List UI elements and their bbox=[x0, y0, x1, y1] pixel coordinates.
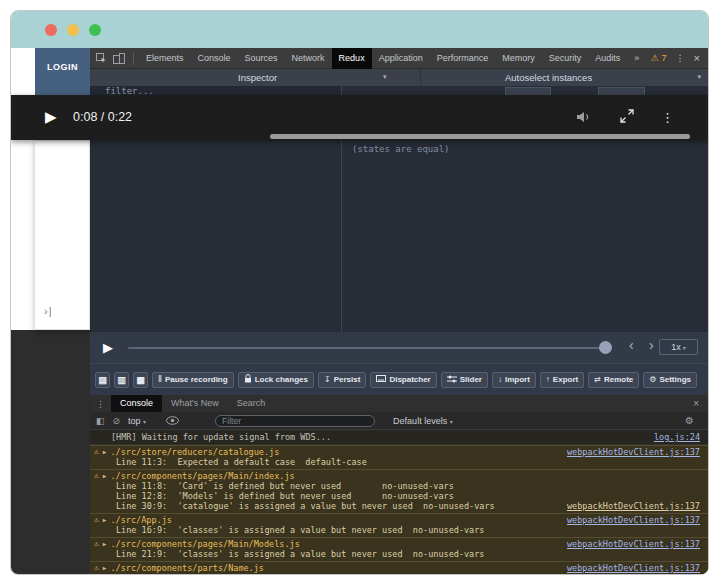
expand-triangle-icon[interactable]: ▶ bbox=[103, 539, 107, 549]
inspect-element-icon[interactable] bbox=[96, 53, 107, 64]
tab-sources[interactable]: Sources bbox=[238, 48, 285, 69]
titlebar bbox=[11, 11, 708, 48]
source-link[interactable]: webpackHotDevClient.js:137 bbox=[567, 515, 700, 525]
warning-icon: ⚠ bbox=[94, 447, 99, 457]
pause-recording-button[interactable]: Ⅱ Pause recording bbox=[152, 372, 234, 388]
state-view-tab[interactable] bbox=[505, 87, 551, 95]
chart-monitor-icon[interactable]: ▥ bbox=[114, 372, 129, 388]
warning-file: ./src/store/reducers/catalogue.js bbox=[110, 447, 279, 457]
close-drawer-icon[interactable]: × bbox=[693, 398, 708, 409]
console-settings-gear-icon[interactable]: ⚙ bbox=[685, 415, 702, 426]
video-seek-bar[interactable] bbox=[270, 134, 690, 139]
warning-file: ./src/components/parts/Name.js bbox=[110, 563, 264, 573]
source-link[interactable]: webpackHotDevClient.js:137 bbox=[567, 539, 700, 549]
persist-button[interactable]: ↧ Persist bbox=[318, 372, 366, 388]
source-link[interactable]: webpackHotDevClient.js:137 bbox=[567, 447, 700, 457]
more-vertical-icon[interactable]: ⋮ bbox=[676, 54, 685, 63]
tab-network[interactable]: Network bbox=[285, 48, 332, 69]
play-icon[interactable]: ▶ bbox=[45, 108, 57, 126]
autoselect-instances-dropdown[interactable]: Autoselect instances bbox=[505, 72, 592, 83]
step-back-button[interactable]: ‹ bbox=[629, 337, 634, 353]
dispatcher-button[interactable]: Dispatcher bbox=[370, 372, 436, 388]
slider-play-icon[interactable]: ▶ bbox=[103, 340, 113, 355]
fullscreen-icon[interactable] bbox=[620, 109, 634, 127]
context-selector[interactable]: top ▾ bbox=[128, 416, 146, 426]
log-monitor-icon[interactable]: ▦ bbox=[133, 372, 148, 388]
import-icon: ↓ bbox=[498, 376, 502, 384]
volume-icon[interactable] bbox=[577, 109, 593, 127]
action-filter-field[interactable]: filter... bbox=[90, 86, 341, 95]
whats-new-tab[interactable]: What's New bbox=[162, 395, 228, 412]
maximize-window-button[interactable] bbox=[89, 24, 101, 36]
slider-knob[interactable] bbox=[599, 341, 612, 354]
source-link[interactable]: webpackHotDevClient.js:137 bbox=[567, 563, 700, 573]
login-button[interactable]: LOGIN bbox=[35, 48, 90, 95]
remote-button[interactable]: ⇄ Remote bbox=[588, 372, 639, 388]
video-time-display: 0:08 / 0:22 bbox=[73, 110, 132, 124]
chevron-down-icon: ▾ bbox=[143, 419, 146, 425]
log-message: [HMR] Waiting for update signal from WDS… bbox=[111, 432, 331, 442]
step-forward-button[interactable]: › bbox=[649, 337, 654, 353]
tab-memory[interactable]: Memory bbox=[495, 48, 542, 69]
import-button[interactable]: ↓ Import bbox=[492, 372, 536, 388]
console-tab-bar: ⋮ Console What's New Search × bbox=[90, 395, 708, 412]
state-view-tab[interactable] bbox=[598, 87, 645, 95]
browser-window: LOGIN ›| Elements Console Sources bbox=[10, 10, 709, 575]
console-warning-row: ⚠ ▶ ./src/App.js webpackHotDevClient.js:… bbox=[90, 513, 708, 537]
lock-changes-button[interactable]: Lock changes bbox=[238, 372, 314, 388]
clear-console-icon[interactable]: ⊘ bbox=[113, 416, 121, 426]
device-toolbar-icon[interactable] bbox=[113, 53, 125, 64]
export-button[interactable]: ↑ Export bbox=[540, 372, 584, 388]
close-window-button[interactable] bbox=[45, 24, 57, 36]
settings-button[interactable]: ⚙ Settings bbox=[643, 372, 697, 388]
redux-bottom-toolbar: ▤ ▥ ▦ Ⅱ Pause recording Lock changes ↧ P… bbox=[90, 363, 708, 395]
console-filter-input[interactable] bbox=[215, 415, 375, 427]
log-levels-dropdown[interactable]: Default levels ▾ bbox=[393, 416, 453, 426]
redux-slider-row: ▶ ‹ › 1x▾ bbox=[90, 332, 708, 363]
lock-icon bbox=[244, 374, 252, 385]
console-sidebar-icon[interactable]: ◧ bbox=[96, 416, 105, 426]
expand-triangle-icon[interactable]: ▶ bbox=[103, 447, 107, 457]
redux-header-bar: Inspector ▾ Autoselect instances ▾ bbox=[90, 69, 708, 86]
dispatcher-icon bbox=[376, 375, 386, 384]
expand-triangle-icon[interactable]: ▶ bbox=[103, 515, 107, 525]
warning-detail: Line 30:9: 'catalogue' is assigned a val… bbox=[116, 501, 495, 511]
page: LOGIN ›| Elements Console Sources bbox=[0, 0, 721, 588]
warning-icon: ⚠ bbox=[94, 471, 99, 481]
window-content: LOGIN ›| Elements Console Sources bbox=[11, 48, 708, 574]
warning-detail: Line 11:3: Expected a default case defau… bbox=[94, 457, 700, 467]
warning-count-badge[interactable]: ⚠ 7 bbox=[650, 53, 666, 63]
tab-security[interactable]: Security bbox=[542, 48, 589, 69]
close-devtools-icon[interactable]: × bbox=[694, 53, 700, 64]
video-more-options-icon[interactable]: ⋮ bbox=[661, 110, 674, 125]
tab-application[interactable]: Application bbox=[372, 48, 430, 69]
console-tab[interactable]: Console bbox=[111, 395, 162, 412]
devtools-tab-bar: Elements Console Sources Network Redux A… bbox=[90, 48, 708, 69]
warning-detail: Line 12:8: 'Models' is defined but never… bbox=[94, 491, 700, 501]
slider-track[interactable] bbox=[128, 347, 612, 349]
chevron-down-icon: ▾ bbox=[697, 73, 701, 81]
console-warning-row: ⚠ ▶ ./src/components/pages/Main/Models.j… bbox=[90, 537, 708, 561]
more-tabs-chevron[interactable]: » bbox=[627, 48, 646, 69]
minimize-window-button[interactable] bbox=[67, 24, 79, 36]
persist-icon: ↧ bbox=[324, 376, 331, 384]
tab-audits[interactable]: Audits bbox=[588, 48, 627, 69]
inspector-dropdown[interactable]: Inspector bbox=[238, 72, 277, 83]
app-sidebar: ›| bbox=[35, 140, 90, 330]
source-link[interactable]: log.js:24 bbox=[654, 432, 700, 442]
tab-redux[interactable]: Redux bbox=[332, 48, 372, 69]
tab-performance[interactable]: Performance bbox=[430, 48, 496, 69]
source-link[interactable]: webpackHotDevClient.js:137 bbox=[567, 501, 700, 511]
search-tab[interactable]: Search bbox=[228, 395, 275, 412]
expand-triangle-icon[interactable]: ▶ bbox=[103, 563, 107, 573]
tab-elements[interactable]: Elements bbox=[139, 48, 191, 69]
drawer-menu-icon[interactable]: ⋮ bbox=[90, 399, 111, 409]
action-filter-placeholder: filter... bbox=[105, 86, 341, 95]
expand-triangle-icon[interactable]: ▶ bbox=[103, 471, 107, 481]
inspector-monitor-icon[interactable]: ▤ bbox=[95, 372, 110, 388]
playback-speed-select[interactable]: 1x▾ bbox=[659, 339, 698, 355]
sidebar-expand-button[interactable]: ›| bbox=[44, 305, 53, 317]
slider-button[interactable]: Slider bbox=[441, 372, 488, 388]
tab-console[interactable]: Console bbox=[191, 48, 238, 69]
eye-icon[interactable] bbox=[166, 416, 179, 425]
